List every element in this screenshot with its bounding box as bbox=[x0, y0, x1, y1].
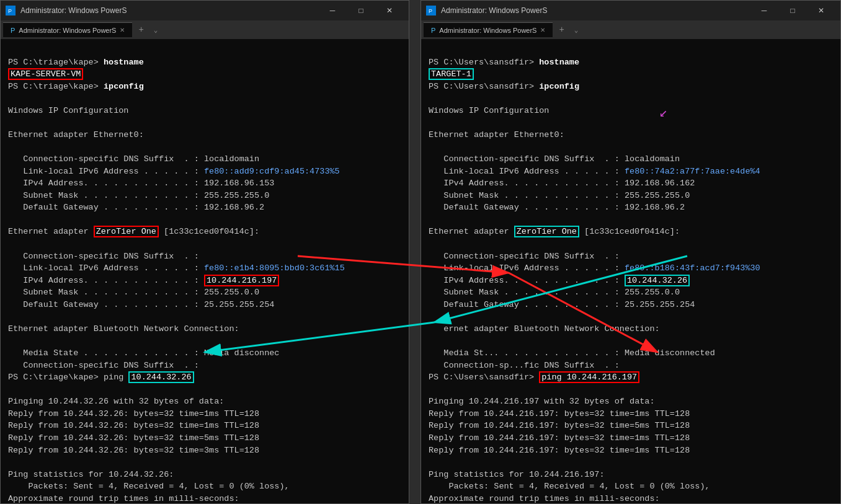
right-tab[interactable]: P Administrator: Windows PowerS ✕ bbox=[424, 22, 553, 37]
right-tab-close[interactable]: ✕ bbox=[540, 27, 545, 33]
left-ping-cmd: PS C:\triage\kape> ping 10.244.32.26 bbox=[8, 371, 194, 383]
right-zt-ipv6: Link-local IPv6 Address . . . . . : fe80… bbox=[429, 263, 760, 273]
left-tab-bar: P Administrator: Windows PowerS ✕ + ⌄ bbox=[1, 20, 409, 39]
left-tab-icon: P bbox=[11, 27, 15, 34]
right-zt-gw: Default Gateway . . . . . . . . . : 25.2… bbox=[429, 300, 695, 309]
right-ping-r4: Reply from 10.244.216.197: bytes=32 time… bbox=[429, 446, 690, 455]
right-minimize-button[interactable]: ─ bbox=[750, 1, 778, 20]
left-ping-r1: Reply from 10.244.32.26: bytes=32 time=1… bbox=[8, 409, 259, 418]
right-ping-r1: Reply from 10.244.216.197: bytes=32 time… bbox=[429, 409, 690, 418]
right-ping-stats-hdr: Ping statistics for 10.244.216.197: bbox=[429, 470, 605, 479]
left-window-title: Administrator: Windows PowerS bbox=[20, 6, 313, 15]
right-ping-stats: Packets: Sent = 4, Received = 4, Lost = … bbox=[429, 482, 710, 491]
left-title-bar: P Administrator: Windows PowerS ─ □ ✕ bbox=[1, 1, 409, 20]
left-maximize-button[interactable]: □ bbox=[347, 1, 375, 20]
right-hostname-cmd: PS C:\Users\sansdfir> hostname bbox=[429, 58, 579, 67]
right-zt-header: Ethernet adapter ZeroTier One [1c33c1ced… bbox=[429, 226, 680, 237]
right-window-title: Administrator: Windows PowerS bbox=[441, 6, 745, 15]
svg-text:P: P bbox=[429, 8, 432, 14]
right-bt-media: Media St... . . . . . . . . . . . : Medi… bbox=[429, 348, 715, 358]
right-powershell-window: P Administrator: Windows PowerS ─ □ ✕ P … bbox=[420, 0, 841, 504]
right-ipconfig-cmd: PS C:\Users\sansdfir> ipconfig bbox=[429, 82, 579, 91]
left-eth0-gw: Default Gateway . . . . . . . . . : 192.… bbox=[8, 203, 264, 212]
left-hostname-result: KAPE-SERVER-VM bbox=[8, 68, 83, 80]
left-zt-ipv6: Link-local IPv6 Address . . . . . : fe80… bbox=[8, 263, 345, 273]
right-ping-rtt-hdr: Approximate round trip times in milli-se… bbox=[429, 494, 660, 503]
left-hostname-cmd: PS C:\triage\kape> hostname bbox=[8, 58, 144, 67]
right-window-buttons: ─ □ ✕ bbox=[750, 1, 835, 20]
left-eth0-ipv6: Link-local IPv6 Address . . . . . : fe80… bbox=[8, 167, 340, 176]
left-ping-r3: Reply from 10.244.32.26: bytes=32 time=5… bbox=[8, 433, 259, 443]
left-ping-stats: Packets: Sent = 4, Received = 4, Lost = … bbox=[8, 482, 290, 491]
left-close-button[interactable]: ✕ bbox=[375, 1, 404, 20]
left-eth0-header: Ethernet adapter Ethernet0: bbox=[8, 130, 144, 139]
right-terminal-body[interactable]: PS C:\Users\sansdfir> hostname TARGET-1 … bbox=[421, 39, 840, 503]
right-maximize-button[interactable]: □ bbox=[778, 1, 807, 20]
right-tab-bar: P Administrator: Windows PowerS ✕ + ⌄ bbox=[421, 20, 840, 39]
left-zt-gw: Default Gateway . . . . . . . . . : 25.2… bbox=[8, 300, 274, 309]
left-window-buttons: ─ □ ✕ bbox=[318, 1, 404, 20]
right-tab-label: Administrator: Windows PowerS bbox=[439, 27, 536, 34]
left-ping-r4: Reply from 10.244.32.26: bytes=32 time=3… bbox=[8, 446, 259, 455]
left-zt-dns: Connection-specific DNS Suffix . : bbox=[8, 252, 199, 261]
right-bt-dns: Connection-sp...fic DNS Suffix . : bbox=[429, 361, 620, 370]
right-ip-config-header: Windows IP Configuration bbox=[429, 106, 549, 115]
right-eth0-header: Ethernet adapter Ethernet0: bbox=[429, 130, 564, 139]
left-zt-header: Ethernet adapter ZeroTier One [1c33c1ced… bbox=[8, 226, 259, 237]
right-eth0-ipv6: Link-local IPv6 Address . . . . . : fe80… bbox=[429, 167, 760, 176]
right-ping-cmd: PS C:\Users\sansdfir> ping 10.244.216.19… bbox=[429, 371, 639, 383]
desktop: P Administrator: Windows PowerS ─ □ ✕ P … bbox=[0, 0, 841, 504]
left-ping-r2: Reply from 10.244.32.26: bytes=32 time=1… bbox=[8, 421, 259, 430]
right-close-button[interactable]: ✕ bbox=[807, 1, 835, 20]
left-zt-ipv4: IPv4 Address. . . . . . . . . . . : 10.2… bbox=[8, 275, 279, 286]
right-zt-ipv4: IPv4 Address. . . . . . . . . . . : 10.2… bbox=[429, 275, 690, 286]
right-hostname-result: TARGET-1 bbox=[429, 68, 474, 80]
right-tab-dropdown[interactable]: ⌄ bbox=[571, 26, 582, 34]
right-ping-header: Pinging 10.244.216.197 with 32 bytes of … bbox=[429, 397, 655, 406]
left-terminal-body[interactable]: PS C:\triage\kape> hostname KAPE-SERVER-… bbox=[1, 39, 409, 503]
left-powershell-window: P Administrator: Windows PowerS ─ □ ✕ P … bbox=[0, 0, 409, 504]
right-zt-dns: Connection-specific DNS Suffix . : bbox=[429, 252, 620, 261]
left-eth0-mask: Subnet Mask . . . . . . . . . . . : 255.… bbox=[8, 191, 269, 200]
right-eth0-mask: Subnet Mask . . . . . . . . . . . : 255.… bbox=[429, 191, 690, 200]
left-ipconfig-cmd: PS C:\triage\kape> ipconfig bbox=[8, 82, 144, 91]
right-zt-mask: Subnet Mask . . . . . . . . . . . : 255.… bbox=[429, 288, 680, 297]
left-eth0-ipv4: IPv4 Address. . . . . . . . . . . : 192.… bbox=[8, 179, 274, 188]
left-ping-header: Pinging 10.244.32.26 with 32 bytes of da… bbox=[8, 397, 224, 406]
left-tab-dropdown[interactable]: ⌄ bbox=[150, 26, 162, 34]
left-minimize-button[interactable]: ─ bbox=[318, 1, 347, 20]
left-window-icon: P bbox=[6, 6, 16, 15]
svg-text:P: P bbox=[8, 8, 12, 14]
left-ip-config-header: Windows IP Configuration bbox=[8, 106, 128, 115]
left-tab-label: Administrator: Windows PowerS bbox=[19, 27, 116, 34]
right-title-bar: P Administrator: Windows PowerS ─ □ ✕ bbox=[421, 1, 840, 20]
right-ping-r3: Reply from 10.244.216.197: bytes=32 time… bbox=[429, 433, 690, 443]
right-eth0-dns: Connection-specific DNS Suffix . : local… bbox=[429, 154, 680, 164]
right-eth0-ipv4: IPv4 Address. . . . . . . . . . . : 192.… bbox=[429, 179, 695, 188]
left-eth0-dns: Connection-specific DNS Suffix . : local… bbox=[8, 154, 259, 164]
left-bt-dns: Connection-specific DNS Suffix . : bbox=[8, 361, 199, 370]
right-ping-r2: Reply from 10.244.216.197: bytes=32 time… bbox=[429, 421, 690, 430]
left-ping-stats-hdr: Ping statistics for 10.244.32.26: bbox=[8, 470, 174, 479]
right-tab-add[interactable]: + bbox=[555, 25, 567, 35]
left-zt-mask: Subnet Mask . . . . . . . . . . . : 255.… bbox=[8, 288, 259, 297]
left-tab-add[interactable]: + bbox=[135, 25, 147, 35]
left-tab[interactable]: P Administrator: Windows PowerS ✕ bbox=[3, 22, 132, 37]
right-tab-icon: P bbox=[431, 27, 435, 34]
left-bt-header: Ethernet adapter Bluetooth Network Conne… bbox=[8, 324, 239, 334]
left-bt-media: Media State . . . . . . . . . . . : Medi… bbox=[8, 348, 279, 358]
right-window-icon: P bbox=[426, 6, 436, 15]
left-tab-close[interactable]: ✕ bbox=[120, 27, 125, 33]
left-ping-rtt-hdr: Approximate round trip times in milli-se… bbox=[8, 494, 239, 503]
right-bt-header: ernet adapter Bluetooth Network Connecti… bbox=[429, 324, 660, 334]
right-eth0-gw: Default Gateway . . . . . . . . . : 192.… bbox=[429, 203, 685, 212]
